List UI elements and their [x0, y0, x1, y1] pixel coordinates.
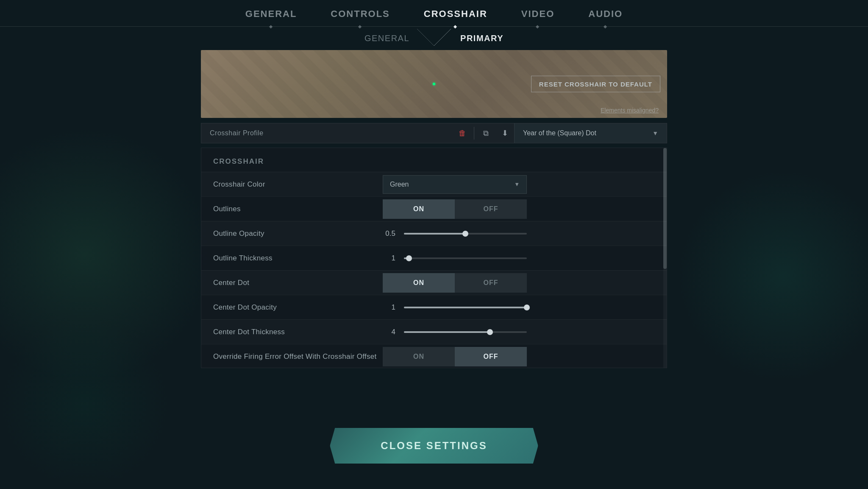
- profile-row: Crosshair Profile 🗑 ⧉ ⬇ Year of the (Squ…: [201, 123, 667, 143]
- center-dot-opacity-thumb[interactable]: [524, 305, 530, 310]
- center-dot-opacity-track[interactable]: [404, 307, 527, 308]
- override-firing-toggle: On Off: [383, 347, 527, 366]
- center-dot-thickness-slider[interactable]: 4: [383, 328, 527, 336]
- crosshair-color-control: Green ▼: [383, 175, 655, 194]
- override-firing-label: Override Firing Error Offset With Crossh…: [213, 352, 383, 361]
- center-dot-thickness-label: Center Dot Thickness: [213, 328, 383, 336]
- color-dropdown-arrow-icon: ▼: [514, 181, 520, 187]
- table-row: Outlines On Off: [201, 196, 667, 221]
- nav-item-audio[interactable]: AUDIO: [588, 8, 623, 26]
- center-dot-opacity-fill: [404, 307, 527, 308]
- outlines-on-button[interactable]: On: [383, 199, 455, 219]
- reset-crosshair-button[interactable]: RESET CROSSHAIR TO DEFAULT: [531, 76, 660, 92]
- sub-nav: GENERAL PRIMARY: [0, 27, 868, 50]
- preview-area: RESET CROSSHAIR TO DEFAULT Elements misa…: [201, 50, 667, 118]
- table-row: Center Dot On Off: [201, 270, 667, 295]
- import-profile-button[interactable]: ⬇: [495, 124, 514, 143]
- crosshair-color-dropdown[interactable]: Green ▼: [383, 175, 527, 194]
- center-dot-opacity-control: 1: [383, 303, 655, 312]
- settings-container: RESET CROSSHAIR TO DEFAULT Elements misa…: [201, 50, 667, 368]
- outlines-off-button[interactable]: Off: [455, 199, 527, 219]
- center-dot-opacity-value: 1: [383, 303, 395, 312]
- divider: [474, 127, 474, 140]
- outline-thickness-slider[interactable]: 1: [383, 254, 527, 263]
- center-dot-toggle-group: On Off: [383, 273, 527, 293]
- crosshair-preview-dot: [433, 83, 435, 85]
- override-firing-control: On Off: [383, 347, 655, 366]
- table-row: Crosshair Color Green ▼: [201, 172, 667, 196]
- top-nav: GENERAL CONTROLS CROSSHAIR VIDEO AUDIO: [0, 0, 868, 27]
- close-settings-button[interactable]: CLOSE SETTINGS: [330, 428, 538, 464]
- outline-opacity-control: 0.5: [383, 229, 655, 238]
- outline-opacity-slider[interactable]: 0.5: [383, 229, 527, 238]
- center-dot-thickness-thumb[interactable]: [487, 329, 493, 335]
- nav-item-controls[interactable]: CONTROLS: [331, 8, 389, 26]
- center-dot-off-button[interactable]: Off: [455, 273, 527, 293]
- override-firing-on-button[interactable]: On: [383, 347, 455, 366]
- outlines-control: On Off: [383, 199, 655, 219]
- outline-opacity-track[interactable]: [404, 233, 527, 235]
- copy-profile-button[interactable]: ⧉: [476, 124, 495, 143]
- scrollbar[interactable]: [663, 148, 667, 368]
- delete-profile-button[interactable]: 🗑: [453, 124, 472, 143]
- profile-selected-value: Year of the (Square) Dot: [523, 129, 596, 137]
- nav-item-video[interactable]: VIDEO: [521, 8, 554, 26]
- table-row: Center Dot Thickness 4: [201, 319, 667, 344]
- center-dot-label: Center Dot: [213, 279, 383, 287]
- outline-opacity-label: Outline Opacity: [213, 229, 383, 238]
- profile-dropdown[interactable]: Year of the (Square) Dot ▼: [514, 123, 667, 143]
- outline-thickness-track[interactable]: [404, 257, 527, 259]
- outlines-label: Outlines: [213, 205, 383, 213]
- crosshair-section-header: CROSSHAIR: [201, 148, 667, 172]
- crosshair-color-value: Green: [390, 181, 409, 188]
- center-dot-opacity-slider[interactable]: 1: [383, 303, 527, 312]
- subnav-general[interactable]: GENERAL: [364, 34, 409, 43]
- outline-opacity-value: 0.5: [383, 229, 395, 238]
- center-dot-on-button[interactable]: On: [383, 273, 455, 293]
- outlines-toggle-group: On Off: [383, 199, 527, 219]
- center-dot-control: On Off: [383, 273, 655, 293]
- center-dot-thickness-value: 4: [383, 328, 395, 336]
- outline-opacity-thumb[interactable]: [462, 231, 468, 237]
- center-dot-thickness-control: 4: [383, 328, 655, 336]
- profile-label: Crosshair Profile: [201, 123, 453, 143]
- center-dot-thickness-track[interactable]: [404, 331, 527, 333]
- subnav-primary[interactable]: PRIMARY: [460, 34, 504, 43]
- nav-item-crosshair[interactable]: CROSSHAIR: [424, 8, 487, 26]
- settings-content: CROSSHAIR Crosshair Color Green ▼ Outlin…: [201, 148, 667, 368]
- outline-thickness-label: Outline Thickness: [213, 254, 383, 263]
- table-row: Override Firing Error Offset With Crossh…: [201, 344, 667, 368]
- table-row: Center Dot Opacity 1: [201, 295, 667, 319]
- outline-thickness-thumb[interactable]: [406, 255, 412, 261]
- table-row: Outline Thickness 1: [201, 246, 667, 270]
- crosshair-color-label: Crosshair Color: [213, 180, 383, 189]
- outline-opacity-fill: [404, 233, 465, 235]
- elements-misaligned-link[interactable]: Elements misaligned?: [601, 107, 659, 114]
- profile-actions: 🗑 ⧉ ⬇: [453, 124, 514, 143]
- close-settings-wrapper: CLOSE SETTINGS: [330, 428, 538, 464]
- outline-thickness-control: 1: [383, 254, 655, 263]
- outline-thickness-value: 1: [383, 254, 395, 263]
- center-dot-thickness-fill: [404, 331, 490, 333]
- override-firing-off-button[interactable]: Off: [455, 347, 527, 366]
- nav-item-general[interactable]: GENERAL: [245, 8, 297, 26]
- table-row: Outline Opacity 0.5: [201, 221, 667, 246]
- scrollbar-thumb[interactable]: [663, 148, 667, 269]
- dropdown-arrow-icon: ▼: [652, 130, 658, 137]
- center-dot-opacity-label: Center Dot Opacity: [213, 303, 383, 312]
